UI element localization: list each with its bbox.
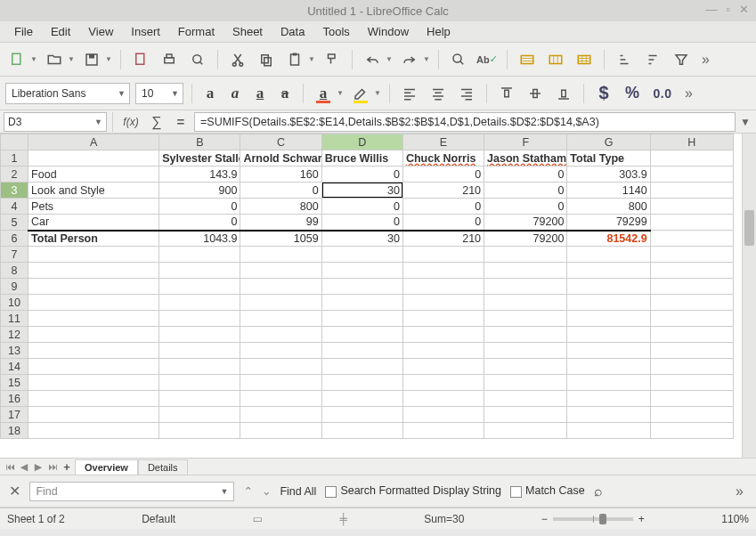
font-color-button[interactable]: a xyxy=(312,82,335,105)
cell-F9[interactable] xyxy=(484,279,567,295)
find-icon[interactable] xyxy=(447,48,470,71)
cell-B9[interactable] xyxy=(159,279,240,295)
expand-formula-icon[interactable]: ▼ xyxy=(738,116,752,128)
row-header-2[interactable]: 2 xyxy=(1,166,28,183)
cell-H12[interactable] xyxy=(650,327,733,343)
cell-G3[interactable]: 1140 xyxy=(567,183,650,199)
cell-E2[interactable]: 0 xyxy=(402,166,484,183)
cell-E15[interactable] xyxy=(402,375,484,391)
tab-next-icon[interactable]: ▶ xyxy=(32,461,45,473)
cell-F18[interactable] xyxy=(484,423,567,439)
grid-icon[interactable] xyxy=(573,48,596,71)
cell-E17[interactable] xyxy=(402,407,484,423)
formula-accept-icon[interactable]: = xyxy=(170,114,191,129)
column-header-H[interactable]: H xyxy=(650,134,733,150)
dropdown-icon[interactable]: ▼ xyxy=(105,55,112,63)
cell-G5[interactable]: 79299 xyxy=(567,215,650,231)
font-name-combo[interactable]: Liberation Sans ▼ xyxy=(5,83,130,104)
cell-G16[interactable] xyxy=(567,391,650,407)
row-header-13[interactable]: 13 xyxy=(1,343,28,359)
overflow-icon[interactable]: » xyxy=(698,52,713,68)
cell-H15[interactable] xyxy=(650,375,733,391)
cell-G9[interactable] xyxy=(567,279,650,295)
column-icon[interactable] xyxy=(544,48,567,71)
insert-mode-icon[interactable]: ▭ xyxy=(253,513,263,525)
cell-F10[interactable] xyxy=(484,295,567,311)
row-header-10[interactable]: 10 xyxy=(1,295,28,311)
search-formatted-checkbox[interactable]: Search Formatted Display String xyxy=(325,484,501,497)
cell-B1[interactable]: Sylvester Stallone xyxy=(159,150,240,166)
cell-E13[interactable] xyxy=(402,343,484,359)
cell-C5[interactable]: 99 xyxy=(240,215,321,231)
cell-C18[interactable] xyxy=(240,423,321,439)
cell-E3[interactable]: 210 xyxy=(402,183,484,199)
dropdown-icon[interactable]: ▼ xyxy=(386,55,393,63)
overflow-icon[interactable]: » xyxy=(732,483,747,499)
cell-B15[interactable] xyxy=(159,375,240,391)
cell-G7[interactable] xyxy=(567,247,650,263)
strikethrough-button[interactable]: a xyxy=(275,82,295,105)
cell-E12[interactable] xyxy=(402,327,484,343)
cell-A17[interactable] xyxy=(28,407,159,423)
cell-B5[interactable]: 0 xyxy=(159,215,240,231)
cell-D7[interactable] xyxy=(321,247,402,263)
cell-G15[interactable] xyxy=(567,375,650,391)
cell-H5[interactable] xyxy=(650,215,733,231)
cell-H16[interactable] xyxy=(650,391,733,407)
find-options-icon[interactable]: ⌕ xyxy=(594,483,603,499)
column-header-G[interactable]: G xyxy=(567,134,650,150)
cell-A10[interactable] xyxy=(28,295,159,311)
cell-D1[interactable]: Bruce Willis xyxy=(321,150,402,166)
function-wizard-icon[interactable]: f(x) xyxy=(118,116,143,128)
cell-H18[interactable] xyxy=(650,423,733,439)
cell-D8[interactable] xyxy=(321,263,402,279)
cell-B10[interactable] xyxy=(159,295,240,311)
clone-format-icon[interactable] xyxy=(321,48,344,71)
print-preview-icon[interactable] xyxy=(186,48,209,71)
cell-A7[interactable] xyxy=(28,247,159,263)
row-icon[interactable] xyxy=(516,48,539,71)
cell-C10[interactable] xyxy=(240,295,321,311)
cell-H4[interactable] xyxy=(650,199,733,215)
currency-icon[interactable]: $ xyxy=(592,82,615,105)
cell-F4[interactable]: 0 xyxy=(484,199,567,215)
cell-H6[interactable] xyxy=(650,231,733,247)
column-header-B[interactable]: B xyxy=(159,134,240,150)
sum-icon[interactable]: ∑ xyxy=(146,114,167,130)
column-header-A[interactable]: A xyxy=(28,134,159,150)
align-bottom-icon[interactable] xyxy=(552,82,575,105)
copy-icon[interactable] xyxy=(255,48,278,71)
cell-G6[interactable]: 81542.9 xyxy=(567,231,650,247)
cell-H11[interactable] xyxy=(650,311,733,327)
cell-H14[interactable] xyxy=(650,359,733,375)
cell-E10[interactable] xyxy=(402,295,484,311)
cell-F5[interactable]: 79200 xyxy=(484,215,567,231)
cell-E14[interactable] xyxy=(402,359,484,375)
cell-E18[interactable] xyxy=(402,423,484,439)
cell-A8[interactable] xyxy=(28,263,159,279)
cell-A15[interactable] xyxy=(28,375,159,391)
row-header-8[interactable]: 8 xyxy=(1,263,28,279)
cell-F3[interactable]: 0 xyxy=(484,183,567,199)
cell-A14[interactable] xyxy=(28,359,159,375)
column-header-F[interactable]: F xyxy=(484,134,567,150)
open-icon[interactable] xyxy=(43,48,66,71)
cell-C1[interactable]: Arnold Schwarzenegger xyxy=(240,150,321,166)
menu-data[interactable]: Data xyxy=(272,21,313,42)
cell-E16[interactable] xyxy=(402,391,484,407)
row-header-17[interactable]: 17 xyxy=(1,407,28,423)
cell-C6[interactable]: 1059 xyxy=(240,231,321,247)
cell-D10[interactable] xyxy=(321,295,402,311)
row-header-18[interactable]: 18 xyxy=(1,423,28,439)
cell-D3[interactable]: 30 xyxy=(321,183,402,199)
export-pdf-icon[interactable] xyxy=(129,48,152,71)
cell-F14[interactable] xyxy=(484,359,567,375)
cell-E9[interactable] xyxy=(402,279,484,295)
menu-sheet[interactable]: Sheet xyxy=(224,21,272,42)
formula-input[interactable]: =SUMIFS(Details.$E$2:$E14,Details.$B$2:$… xyxy=(194,112,736,132)
cell-G4[interactable]: 800 xyxy=(567,199,650,215)
row-header-5[interactable]: 5 xyxy=(1,215,28,231)
cell-A4[interactable]: Pets xyxy=(28,199,159,215)
align-left-icon[interactable] xyxy=(398,82,421,105)
cell-G13[interactable] xyxy=(567,343,650,359)
